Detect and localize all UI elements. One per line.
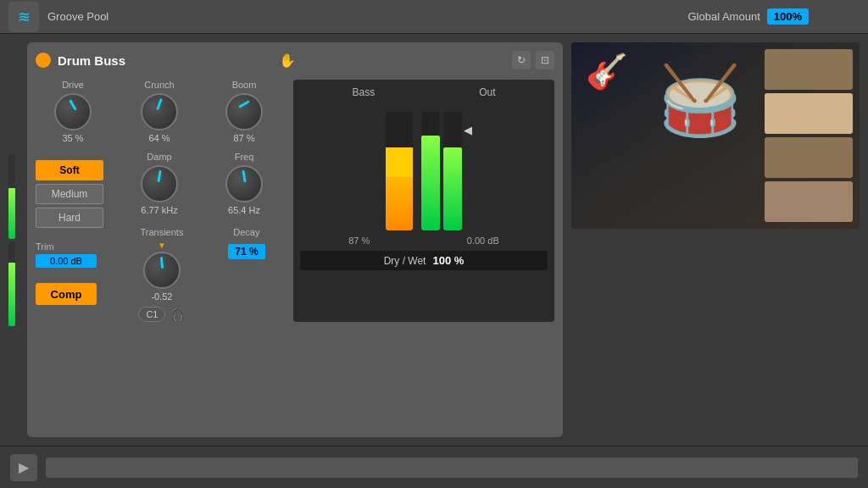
bass-meter-value: 87 % [348, 236, 370, 246]
groove-pool-label: Groove Pool [47, 10, 687, 23]
left-controls: Drive 35 % Soft Medium Hard Trim 0.00 dB… [36, 80, 110, 322]
meter-bars: ◀ [300, 103, 548, 230]
mode-buttons: Soft Medium Hard [36, 160, 110, 228]
decay-section: Decay 71 % [228, 227, 264, 259]
left-meter-2 [8, 241, 15, 326]
video-content: 🥁 🎸 [571, 42, 860, 229]
global-amount-label: Global Amount [687, 10, 760, 23]
top-bar: ≋ Groove Pool Global Amount 100% [0, 0, 868, 34]
c1-section: C1 🎧 [138, 307, 185, 322]
drive-value: 35 % [62, 133, 83, 143]
damp-label: Damp [147, 152, 171, 162]
bass-meter-container [386, 112, 413, 230]
dry-wet-value[interactable]: 100 % [432, 254, 464, 267]
play-icon: ▶ [19, 459, 29, 475]
plugin-power-indicator[interactable] [36, 53, 51, 68]
save-button[interactable]: ⊡ [536, 51, 554, 69]
damp-freq-row: Damp 6.77 kHz Freq 65.4 Hz [117, 152, 287, 222]
global-amount: Global Amount 100% [687, 8, 809, 25]
meter-labels: Bass Out [300, 86, 548, 98]
global-amount-value[interactable]: 100% [767, 8, 809, 25]
c1-button[interactable]: C1 [138, 307, 165, 322]
out-meter-value: 0.00 dB [467, 236, 499, 246]
transients-value: -0.52 [151, 291, 172, 302]
out-meter-right-fill [443, 147, 462, 230]
crunch-knob[interactable] [141, 93, 178, 130]
soft-button[interactable]: Soft [36, 160, 103, 180]
hand-icon: ✋ [279, 53, 296, 69]
boom-value: 87 % [233, 133, 254, 143]
plugin-panel: Drum Buss ✋ ↻ ⊡ Drive 35 % Soft Medium [27, 42, 563, 437]
plugin-title: Drum Buss [58, 53, 274, 68]
timeline-bar[interactable] [46, 458, 858, 478]
freq-value: 65.4 Hz [228, 205, 260, 215]
damp-value: 6.77 kHz [141, 205, 177, 215]
headphone-icon[interactable]: 🎧 [170, 308, 185, 321]
crunch-label: Crunch [144, 80, 174, 90]
transients-decay-row: Transients ▼ -0.52 C1 🎧 Decay 71 % [117, 227, 287, 322]
trim-section: Trim 0.00 dB [36, 241, 110, 268]
left-meters [8, 42, 15, 437]
controls-area: Drive 35 % Soft Medium Hard Trim 0.00 dB… [36, 80, 554, 322]
hard-button[interactable]: Hard [36, 208, 103, 228]
panel-2 [765, 93, 853, 134]
bass-label: Bass [352, 86, 375, 98]
acoustic-panels [758, 42, 860, 229]
transients-knob[interactable] [143, 252, 181, 289]
dry-wet-section: Dry / Wet 100 % [300, 251, 548, 270]
damp-knob-group: Damp 6.77 kHz [141, 152, 178, 215]
trim-value[interactable]: 0.00 dB [36, 254, 97, 268]
meter-bottom-values: 87 % 0.00 dB [300, 236, 548, 246]
person-silhouette: 🥁 [658, 61, 743, 141]
wavy-icon[interactable]: ≋ [8, 2, 39, 32]
decay-label: Decay [233, 227, 259, 237]
bottom-bar: ▶ [0, 446, 868, 488]
transients-label: Transients [140, 227, 183, 237]
decay-value[interactable]: 71 % [228, 244, 264, 259]
out-meter-arrow: ◀ [464, 124, 472, 136]
out-meter-left-fill [421, 136, 440, 230]
panel-3 [765, 137, 853, 178]
play-button[interactable]: ▶ [10, 454, 37, 481]
freq-knob-group: Freq 65.4 Hz [225, 152, 263, 215]
crunch-value: 64 % [148, 133, 170, 143]
freq-label: Freq [235, 152, 254, 162]
crunch-knob-group: Crunch 64 % [141, 80, 178, 143]
out-meter-container: ◀ [421, 112, 462, 230]
crunch-boom-row: Crunch 64 % Boom 87 % [117, 80, 287, 150]
drive-label: Drive [62, 80, 84, 90]
transients-section: Transients ▼ -0.52 C1 🎧 [138, 227, 185, 322]
drive-knob-group: Drive 35 % [36, 80, 110, 143]
out-meter-left-bg [421, 112, 440, 230]
plugin-header: Drum Buss ✋ ↻ ⊡ [36, 51, 554, 69]
comp-button[interactable]: Comp [36, 283, 97, 305]
dry-wet-label: Dry / Wet [384, 255, 426, 267]
drive-knob[interactable] [54, 93, 92, 130]
panel-1 [765, 49, 853, 90]
freq-knob[interactable] [225, 165, 263, 202]
boom-knob-group: Boom 87 % [225, 80, 263, 143]
middle-controls: Crunch 64 % Boom 87 % Damp 6.7 [117, 80, 287, 322]
damp-knob[interactable] [141, 165, 178, 202]
boom-knob[interactable] [225, 93, 263, 130]
out-label: Out [479, 86, 495, 98]
bass-meter-bg [386, 112, 413, 230]
meter-section: Bass Out [293, 80, 554, 322]
panel-4 [765, 181, 853, 222]
medium-button[interactable]: Medium [36, 184, 103, 204]
out-meter-right-bg [443, 112, 462, 230]
plugin-header-icons: ↻ ⊡ [512, 51, 554, 69]
trim-label: Trim [36, 241, 110, 252]
guitar-icon: 🎸 [586, 52, 628, 92]
video-panel: 🥁 🎸 [571, 42, 860, 229]
boom-label: Boom [232, 80, 257, 90]
left-meter-1 [8, 154, 15, 239]
refresh-button[interactable]: ↻ [512, 51, 531, 69]
